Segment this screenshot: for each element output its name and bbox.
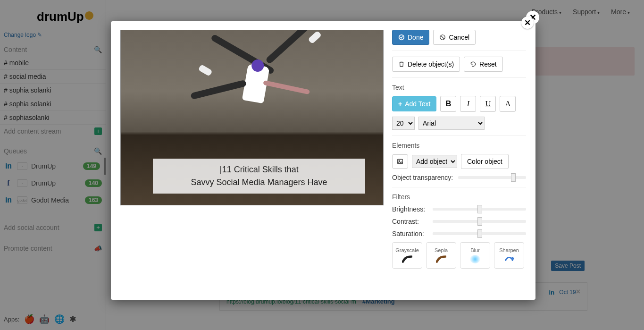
refresh-icon (470, 61, 477, 68)
upload-image-button[interactable] (392, 154, 408, 169)
editor-panel: Done Cancel Delete object(s) Reset (392, 30, 526, 291)
svg-rect-2 (398, 159, 403, 163)
trash-icon (398, 61, 405, 68)
reset-button[interactable]: Reset (464, 57, 503, 72)
image-editor-modal: ✕ ✕ 11 Critical Skills that Savvy Social… (111, 21, 535, 300)
dancer-image (193, 37, 316, 141)
brightness-slider[interactable] (433, 208, 526, 211)
transparency-label: Object transparency: (392, 174, 453, 181)
saturation-slider[interactable] (433, 232, 526, 235)
filter-grayscale[interactable]: Grayscale (392, 242, 422, 269)
done-button[interactable]: Done (392, 30, 429, 45)
brightness-label: Brightness: (392, 205, 428, 213)
filter-sepia[interactable]: Sepia (426, 242, 456, 269)
cancel-circle-icon (439, 34, 446, 41)
text-color-button[interactable]: A (500, 96, 516, 112)
delete-objects-button[interactable]: Delete object(s) (392, 57, 460, 72)
image-canvas[interactable]: 11 Critical Skills that Savvy Social Med… (120, 30, 384, 205)
text-section-header: Text (392, 84, 526, 91)
sepia-swatch-icon (436, 255, 446, 263)
cancel-button[interactable]: Cancel (433, 30, 476, 45)
bold-button[interactable]: B (440, 96, 456, 112)
canvas-text-overlay[interactable]: 11 Critical Skills that Savvy Social Med… (153, 159, 365, 194)
saturation-label: Saturation: (392, 230, 428, 237)
blur-swatch-icon (470, 255, 480, 263)
filter-blur[interactable]: Blur (460, 242, 490, 269)
italic-button[interactable]: I (460, 96, 476, 112)
plus-icon: + (398, 100, 402, 108)
close-icon[interactable]: ✕ (521, 17, 534, 29)
transparency-slider[interactable] (458, 176, 526, 179)
check-circle-icon (398, 34, 405, 41)
contrast-slider[interactable] (433, 220, 526, 223)
overlay-line-2: Savvy Social Media Managers Have (160, 176, 358, 189)
color-object-button[interactable]: Color object (461, 154, 509, 169)
filter-sharpen[interactable]: Sharpen (494, 242, 524, 269)
elements-section-header: Elements (392, 142, 526, 149)
font-size-select[interactable]: 20 (392, 117, 415, 130)
contrast-label: Contrast: (392, 218, 428, 225)
image-icon (397, 158, 403, 165)
grayscale-swatch-icon (402, 255, 412, 263)
add-objects-select[interactable]: Add objects (412, 155, 457, 168)
underline-button[interactable]: U (480, 96, 496, 112)
overlay-line-1: 11 Critical Skills that (160, 163, 358, 176)
add-text-button[interactable]: + Add Text (392, 96, 436, 111)
sharpen-swatch-icon (504, 255, 514, 263)
filters-section-header: Filters (392, 193, 526, 201)
font-family-select[interactable]: Arial (418, 117, 485, 130)
